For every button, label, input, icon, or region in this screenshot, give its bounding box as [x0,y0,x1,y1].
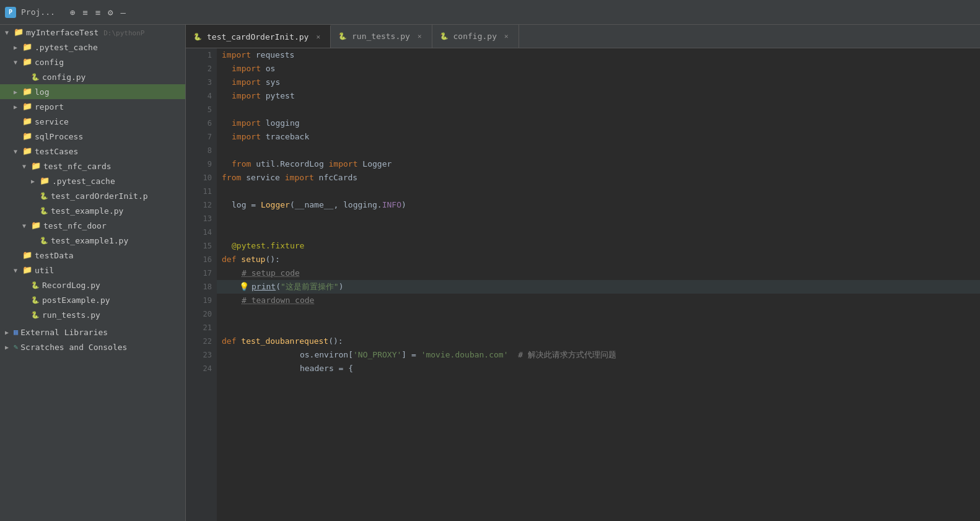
python-tab-icon-2: 🐍 [338,32,347,40]
sidebar-item-recordlog[interactable]: 🐍 RecordLog.py [0,278,185,292]
test-nfc-cards-label: test_nfc_cards [43,162,112,171]
testdata-label: testData [35,251,74,260]
sidebar-item-pytest-cache[interactable]: ▶ 📁 .pytest_cache [0,40,185,55]
sidebar-item-service[interactable]: 📁 service [0,114,185,129]
line-num-6: 6 [186,116,212,130]
sidebar-item-config-py[interactable]: 🐍 config.py [0,69,185,84]
sidebar-item-sqlprocess[interactable]: 📁 sqlProcess [0,129,185,144]
sidebar-item-test-cardorderinit[interactable]: 🐍 test_cardOrderInit.p [0,188,185,203]
code-line-18: 💡 print("这是前置操作") [217,280,980,294]
title-bar-icons: ⊕ ≡ ≡ ⚙ — [70,7,126,17]
line-num-17: 17 [186,266,212,280]
line-num-19: ▽19 [186,294,212,307]
code-line-15: @pytest.fixture [217,239,980,253]
folder-icon: 📁 [31,221,41,230]
line-num-2: 2 [186,62,212,76]
code-line-17: # setup code [217,266,980,280]
sidebar-item-report[interactable]: ▶ 📁 report [0,99,185,114]
folder-icon: 📁 [22,146,32,156]
code-line-10: from service import nfcCards [217,171,980,185]
pytest-cache-label: .pytest_cache [35,43,98,52]
sidebar-item-test-example[interactable]: 🐍 test_example.py [0,203,185,218]
sidebar-item-run-tests[interactable]: 🐍 run_tests.py [0,307,185,322]
sidebar-item-log[interactable]: ▶ 📁 log [0,84,185,99]
sidebar-item-test-nfc-door[interactable]: ▼ 📁 test_nfc_door [0,218,185,233]
python-tab-icon: 🐍 [193,33,202,41]
expand-arrow: ▶ [14,103,22,110]
tab-close-config[interactable]: ✕ [502,31,511,42]
identifier-nfccards: nfcCards [319,171,358,185]
sidebar-item-test-nfc-cards[interactable]: ▼ 📁 test_nfc_cards [0,159,185,173]
title-bar: P Proj... ⊕ ≡ ≡ ⚙ — [0,0,980,25]
hierarchy-icon[interactable]: ≡ [82,7,87,17]
headers-var: headers [300,364,334,373]
tab-config-label: config.py [453,32,497,41]
line-num-24: ▽24 [186,362,212,375]
kw-import-6: import [232,132,261,141]
kw-import-4: import [232,91,261,100]
logging-info: INFO [382,200,401,209]
test-example1-label: test_example1.py [51,236,128,245]
env-key-noproxy: 'NO_PROXY' [353,350,401,359]
kw-import: import [222,48,251,62]
code-line-7: import traceback [217,130,980,144]
line-num-9: 9 [186,157,212,171]
code-lines[interactable]: import requests import os import sys imp… [217,48,980,521]
tab-close-run-tests[interactable]: ✕ [415,31,424,42]
code-line-14 [217,225,980,239]
tab-bar: 🐍 test_cardOrderInit.py ✕ 🐍 run_tests.py… [186,25,980,48]
sidebar-item-external-libs[interactable]: ▶ ▦ External Libraries [0,325,185,339]
settings-icon[interactable]: ⚙ [108,7,113,17]
config-folder-label: config [35,58,64,67]
code-line-1: import requests [217,48,980,62]
folder-icon: 📁 [22,116,32,126]
recordlog-label: RecordLog.py [42,281,100,290]
line-num-5: 5 [186,103,212,116]
line-num-13: 13 [186,212,212,225]
tab-test-cardorderinit[interactable]: 🐍 test_cardOrderInit.py ✕ [186,25,331,48]
list-icon[interactable]: ≡ [95,7,100,17]
sidebar-item-test-example1[interactable]: 🐍 test_example1.py [0,233,185,248]
code-line-20 [217,307,980,321]
sidebar-item-config[interactable]: ▼ 📁 config [0,55,185,69]
sqlprocess-label: sqlProcess [35,132,83,141]
project-root[interactable]: ▼ 📁 myInterfaceTest D:\pythonP [0,25,185,40]
python-file-icon: 🐍 [31,281,40,289]
module-util-recordlog: util.RecordLog [256,159,324,169]
env-val-douban: 'movie.douban.com' [421,350,509,359]
sidebar-item-scratches[interactable]: ▶ ✎ Scratches and Consoles [0,339,185,354]
line-num-15: 15 [186,239,212,253]
report-label: report [35,102,64,112]
sidebar-item-postexample[interactable]: 🐍 postExample.py [0,292,185,307]
sidebar-item-testcases[interactable]: ▼ 📁 testCases [0,144,185,159]
sidebar-item-util[interactable]: ▼ 📁 util [0,263,185,278]
minimize-icon[interactable]: — [121,7,126,17]
globe-icon[interactable]: ⊕ [70,7,75,17]
tab-config[interactable]: 🐍 config.py ✕ [432,25,519,48]
kw-def-setup: def [222,253,236,266]
expand-arrow: ▶ [31,178,40,185]
kw-import-7: import [329,159,358,169]
code-line-8 [217,144,980,157]
kw-from-1: from [232,159,251,169]
folder-icon: 📁 [22,42,32,52]
identifier-log: log [232,200,246,209]
python-file-icon: 🐍 [31,311,40,319]
external-libs-label: External Libraries [20,328,108,337]
line-numbers: ▽1 2 3 4 5 6 7 8 9 ▽10 11 12 13 14 15 ▽1… [186,48,217,521]
sidebar-item-test-nfc-pytest-cache[interactable]: ▶ 📁 .pytest_cache [0,173,185,188]
line-num-4: 4 [186,89,212,103]
tab-close-test-cardorderinit[interactable]: ✕ [313,32,323,42]
python-tab-icon-3: 🐍 [440,32,448,40]
code-line-16: def setup(): [217,253,980,266]
tab-run-tests[interactable]: 🐍 run_tests.py ✕ [331,25,432,48]
module-logging: logging [266,118,300,128]
code-editor[interactable]: ▽1 2 3 4 5 6 7 8 9 ▽10 11 12 13 14 15 ▽1… [186,48,980,521]
line-num-21: 21 [186,321,212,335]
scratch-icon: ✎ [14,343,18,351]
project-label: Proj... [21,7,55,17]
sidebar-item-testdata[interactable]: 📁 testData [0,248,185,263]
python-file-icon: 🐍 [31,296,40,304]
collapse-arrow: ▼ [22,222,31,229]
comment-setup-code: # setup code [242,268,300,278]
